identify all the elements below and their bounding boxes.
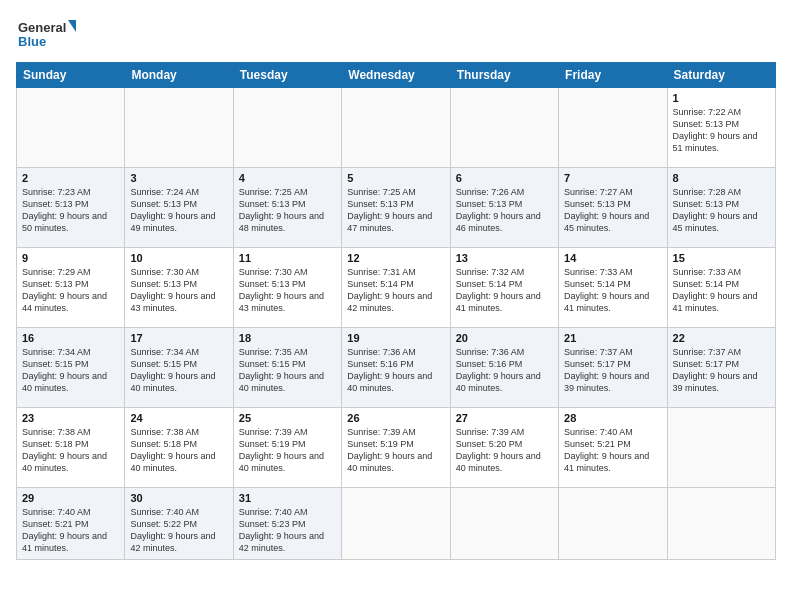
day-number: 30 [130, 492, 227, 504]
calendar-cell [342, 488, 450, 560]
day-number: 8 [673, 172, 770, 184]
logo: General Blue [16, 16, 76, 54]
day-info: Sunrise: 7:36 AMSunset: 5:16 PMDaylight:… [456, 347, 541, 393]
day-info: Sunrise: 7:40 AMSunset: 5:21 PMDaylight:… [564, 427, 649, 473]
calendar-cell: 9 Sunrise: 7:29 AMSunset: 5:13 PMDayligh… [17, 248, 125, 328]
calendar-cell: 28 Sunrise: 7:40 AMSunset: 5:21 PMDaylig… [559, 408, 667, 488]
day-info: Sunrise: 7:25 AMSunset: 5:13 PMDaylight:… [347, 187, 432, 233]
day-info: Sunrise: 7:30 AMSunset: 5:13 PMDaylight:… [130, 267, 215, 313]
day-number: 7 [564, 172, 661, 184]
calendar-header-sunday: Sunday [17, 63, 125, 88]
calendar-cell: 25 Sunrise: 7:39 AMSunset: 5:19 PMDaylig… [233, 408, 341, 488]
calendar-cell: 8 Sunrise: 7:28 AMSunset: 5:13 PMDayligh… [667, 168, 775, 248]
day-number: 23 [22, 412, 119, 424]
day-number: 9 [22, 252, 119, 264]
day-number: 19 [347, 332, 444, 344]
day-info: Sunrise: 7:22 AMSunset: 5:13 PMDaylight:… [673, 107, 758, 153]
day-number: 17 [130, 332, 227, 344]
day-info: Sunrise: 7:30 AMSunset: 5:13 PMDaylight:… [239, 267, 324, 313]
day-info: Sunrise: 7:40 AMSunset: 5:23 PMDaylight:… [239, 507, 324, 553]
day-info: Sunrise: 7:33 AMSunset: 5:14 PMDaylight:… [564, 267, 649, 313]
day-number: 4 [239, 172, 336, 184]
day-info: Sunrise: 7:25 AMSunset: 5:13 PMDaylight:… [239, 187, 324, 233]
calendar-header-friday: Friday [559, 63, 667, 88]
day-info: Sunrise: 7:38 AMSunset: 5:18 PMDaylight:… [22, 427, 107, 473]
calendar-cell: 14 Sunrise: 7:33 AMSunset: 5:14 PMDaylig… [559, 248, 667, 328]
day-number: 12 [347, 252, 444, 264]
calendar-header-wednesday: Wednesday [342, 63, 450, 88]
day-number: 5 [347, 172, 444, 184]
calendar-table: SundayMondayTuesdayWednesdayThursdayFrid… [16, 62, 776, 560]
day-number: 18 [239, 332, 336, 344]
calendar-cell [17, 88, 125, 168]
day-number: 11 [239, 252, 336, 264]
calendar-cell: 11 Sunrise: 7:30 AMSunset: 5:13 PMDaylig… [233, 248, 341, 328]
day-number: 6 [456, 172, 553, 184]
calendar-cell: 29 Sunrise: 7:40 AMSunset: 5:21 PMDaylig… [17, 488, 125, 560]
calendar-cell: 31 Sunrise: 7:40 AMSunset: 5:23 PMDaylig… [233, 488, 341, 560]
day-number: 26 [347, 412, 444, 424]
calendar-cell: 7 Sunrise: 7:27 AMSunset: 5:13 PMDayligh… [559, 168, 667, 248]
day-number: 25 [239, 412, 336, 424]
day-number: 31 [239, 492, 336, 504]
calendar-cell [667, 408, 775, 488]
calendar-header-row: SundayMondayTuesdayWednesdayThursdayFrid… [17, 63, 776, 88]
day-info: Sunrise: 7:29 AMSunset: 5:13 PMDaylight:… [22, 267, 107, 313]
calendar-header-tuesday: Tuesday [233, 63, 341, 88]
day-number: 15 [673, 252, 770, 264]
day-info: Sunrise: 7:38 AMSunset: 5:18 PMDaylight:… [130, 427, 215, 473]
day-info: Sunrise: 7:37 AMSunset: 5:17 PMDaylight:… [673, 347, 758, 393]
calendar-header-saturday: Saturday [667, 63, 775, 88]
calendar-cell: 30 Sunrise: 7:40 AMSunset: 5:22 PMDaylig… [125, 488, 233, 560]
calendar-cell [233, 88, 341, 168]
day-info: Sunrise: 7:40 AMSunset: 5:22 PMDaylight:… [130, 507, 215, 553]
day-number: 21 [564, 332, 661, 344]
day-number: 28 [564, 412, 661, 424]
day-number: 24 [130, 412, 227, 424]
day-info: Sunrise: 7:23 AMSunset: 5:13 PMDaylight:… [22, 187, 107, 233]
calendar-cell: 18 Sunrise: 7:35 AMSunset: 5:15 PMDaylig… [233, 328, 341, 408]
calendar-cell: 23 Sunrise: 7:38 AMSunset: 5:18 PMDaylig… [17, 408, 125, 488]
day-info: Sunrise: 7:34 AMSunset: 5:15 PMDaylight:… [22, 347, 107, 393]
logo-svg: General Blue [16, 16, 76, 54]
day-info: Sunrise: 7:40 AMSunset: 5:21 PMDaylight:… [22, 507, 107, 553]
day-number: 10 [130, 252, 227, 264]
day-number: 20 [456, 332, 553, 344]
day-info: Sunrise: 7:31 AMSunset: 5:14 PMDaylight:… [347, 267, 432, 313]
day-info: Sunrise: 7:32 AMSunset: 5:14 PMDaylight:… [456, 267, 541, 313]
day-number: 27 [456, 412, 553, 424]
calendar-cell [667, 488, 775, 560]
day-number: 22 [673, 332, 770, 344]
calendar-cell: 17 Sunrise: 7:34 AMSunset: 5:15 PMDaylig… [125, 328, 233, 408]
svg-text:Blue: Blue [18, 34, 46, 49]
day-info: Sunrise: 7:33 AMSunset: 5:14 PMDaylight:… [673, 267, 758, 313]
day-number: 14 [564, 252, 661, 264]
calendar-cell: 3 Sunrise: 7:24 AMSunset: 5:13 PMDayligh… [125, 168, 233, 248]
calendar-cell: 4 Sunrise: 7:25 AMSunset: 5:13 PMDayligh… [233, 168, 341, 248]
day-info: Sunrise: 7:27 AMSunset: 5:13 PMDaylight:… [564, 187, 649, 233]
calendar-cell: 19 Sunrise: 7:36 AMSunset: 5:16 PMDaylig… [342, 328, 450, 408]
day-number: 1 [673, 92, 770, 104]
calendar-cell [125, 88, 233, 168]
calendar-cell: 24 Sunrise: 7:38 AMSunset: 5:18 PMDaylig… [125, 408, 233, 488]
calendar-cell: 27 Sunrise: 7:39 AMSunset: 5:20 PMDaylig… [450, 408, 558, 488]
calendar-cell: 13 Sunrise: 7:32 AMSunset: 5:14 PMDaylig… [450, 248, 558, 328]
calendar-cell: 2 Sunrise: 7:23 AMSunset: 5:13 PMDayligh… [17, 168, 125, 248]
day-number: 29 [22, 492, 119, 504]
calendar-cell: 5 Sunrise: 7:25 AMSunset: 5:13 PMDayligh… [342, 168, 450, 248]
calendar-header-monday: Monday [125, 63, 233, 88]
page-header: General Blue [16, 16, 776, 54]
day-number: 13 [456, 252, 553, 264]
day-number: 3 [130, 172, 227, 184]
day-info: Sunrise: 7:37 AMSunset: 5:17 PMDaylight:… [564, 347, 649, 393]
calendar-cell: 15 Sunrise: 7:33 AMSunset: 5:14 PMDaylig… [667, 248, 775, 328]
svg-text:General: General [18, 20, 66, 35]
day-info: Sunrise: 7:36 AMSunset: 5:16 PMDaylight:… [347, 347, 432, 393]
calendar-header-thursday: Thursday [450, 63, 558, 88]
calendar-cell: 20 Sunrise: 7:36 AMSunset: 5:16 PMDaylig… [450, 328, 558, 408]
calendar-cell [342, 88, 450, 168]
day-number: 16 [22, 332, 119, 344]
calendar-cell: 10 Sunrise: 7:30 AMSunset: 5:13 PMDaylig… [125, 248, 233, 328]
calendar-cell [559, 488, 667, 560]
day-info: Sunrise: 7:28 AMSunset: 5:13 PMDaylight:… [673, 187, 758, 233]
